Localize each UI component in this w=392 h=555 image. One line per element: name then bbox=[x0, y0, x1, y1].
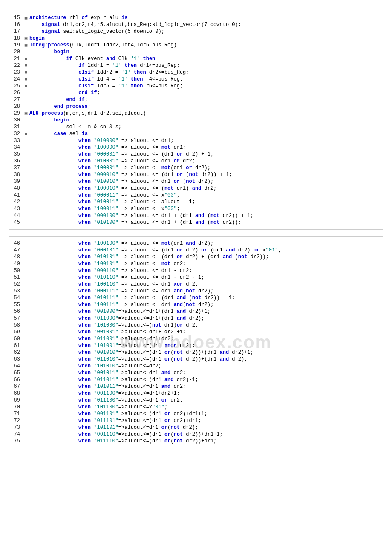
code-line-65: 65 when "001011"=>aluout<=dr1 and dr2; bbox=[9, 370, 383, 376]
code-line-17: 17 signal sel:std_logic_vector(5 downto … bbox=[9, 28, 383, 35]
code-line-69: 69 when "011100"=>aluout<=dr1 or dr2; bbox=[9, 397, 383, 404]
code-line-46: 46 when "100100" => aluout <= not(dr1 an… bbox=[9, 240, 383, 247]
code-line-51: 51 when "010110" => aluout <= dr1 - dr2 … bbox=[9, 274, 383, 281]
code-line-19: 19 ▣ ldreg:process(Clk,lddr1,lddr2,ldr4,… bbox=[9, 42, 383, 49]
code-line-70: 70 when "101100"=>aluout<=x"01"; bbox=[9, 404, 383, 410]
code-line-34: 34 when "100000" => aluout <= not dr1; bbox=[9, 144, 383, 151]
code-block-2: www.bdoex.com 46 when "100100" => aluout… bbox=[9, 236, 383, 448]
code-line-20: 20 begin bbox=[9, 49, 383, 55]
code-line-42: 42 when "010011" => aluout <= aluout - 1… bbox=[9, 199, 383, 205]
code-line-67: 67 when "101011"=>aluout<=dr1 and dr2; bbox=[9, 383, 383, 390]
code-line-50: 50 when "000110" => aluout <= dr1 - dr2; bbox=[9, 267, 383, 274]
code-line-61: 61 when "101001"=>aluout<=(dr1 xnor dr2)… bbox=[9, 342, 383, 349]
code-line-29: 29 ▣ ALU:process(m,cn,s,dr1,dr2,sel,aluo… bbox=[9, 110, 383, 117]
code-line-75: 75 when "011110"=>aluout<=(dr1 or(not dr… bbox=[9, 438, 383, 445]
code-line-53: 53 when "000111" => aluout <= dr1 and(no… bbox=[9, 288, 383, 295]
code-line-35: 35 when "000001" => aluout <= (dr1 or dr… bbox=[9, 151, 383, 158]
code-line-33: 33 when "010000" => aluout <= dr1; bbox=[9, 137, 383, 144]
code-line-55: 55 when "100111" => aluout <= dr1 and(no… bbox=[9, 301, 383, 308]
code-line-24: 24 ■ elsif ldr4 = '1' then r4<=bus_Reg; bbox=[9, 76, 383, 83]
code-line-49: 49 when "100101" => aluout <= not dr2; bbox=[9, 260, 383, 267]
code-line-59: 59 when "001001"=>aluout<=dr1+ dr2 +1; bbox=[9, 329, 383, 335]
code-line-45: 45 when "010100" => aluout <= dr1 + (dr1… bbox=[9, 219, 383, 226]
code-line-63: 63 when "011010"=>aluout<=(dr1 or(not dr… bbox=[9, 356, 383, 363]
code-line-22: 22 ■ if lddr1 = '1' then dr1<=bus_Reg; bbox=[9, 62, 383, 69]
code-line-56: 56 when "001000"=>aluout<=dr1+(dr1 and d… bbox=[9, 308, 383, 315]
code-block-1: 15 ▣ architecture rtl of exp_r_alu is 16… bbox=[9, 11, 383, 230]
code-line-74: 74 when "001110"=>aluout<=(dr1 or(not dr… bbox=[9, 431, 383, 438]
code-line-26: 26 end if; bbox=[9, 90, 383, 96]
code-line-52: 52 when "100110" => aluout <= dr1 xor dr… bbox=[9, 281, 383, 288]
code-line-44: 44 when "000100" => aluout <= dr1 + (dr1… bbox=[9, 212, 383, 219]
code-line-40: 40 when "100010" => aluout <= (not dr1) … bbox=[9, 185, 383, 192]
code-line-57: 57 when "011000"=>aluout<=dr1+(dr1 and d… bbox=[9, 315, 383, 322]
code-line-71: 71 when "001101"=>aluout<=(dr1 or dr2)+d… bbox=[9, 410, 383, 417]
code-line-28: 28 end process; bbox=[9, 103, 383, 110]
code-line-27: 27 end if; bbox=[9, 96, 383, 103]
code-line-30: 30 begin bbox=[9, 117, 383, 124]
code-line-37: 37 when "100001" => aluout <= not(dr1 or… bbox=[9, 165, 383, 171]
code-line-41: 41 when "000011" => aluout <= x"00"; bbox=[9, 192, 383, 199]
code-line-62: 62 when "001010"=>aluout<=(dr1 or(not dr… bbox=[9, 349, 383, 356]
code-line-60: 60 when "011001"=>aluout<=dr1+dr2; bbox=[9, 335, 383, 342]
code-line-36: 36 when "010001" => aluout <= dr1 or dr2… bbox=[9, 158, 383, 165]
code-line-47: 47 when "000101" => aluout <= (dr1 or dr… bbox=[9, 247, 383, 254]
code-line-54: 54 when "010111" => aluout <= (dr1 and (… bbox=[9, 295, 383, 301]
code-line-18: 18 ▣ begin bbox=[9, 35, 383, 42]
code-line-32: 32 ■ case sel is bbox=[9, 130, 383, 137]
code-line-58: 58 when "101000"=>aluout<=(not dr1)or dr… bbox=[9, 322, 383, 329]
code-line-73: 73 when "101101"=>aluout<=dr1 or(not dr2… bbox=[9, 424, 383, 431]
code-line-16: 16 signal dr1,dr2,r4,r5,aluout,bus_Reg:s… bbox=[9, 21, 383, 28]
code-line-39: 39 when "010010" => aluout <= dr1 or (no… bbox=[9, 178, 383, 185]
code-line-15: 15 ▣ architecture rtl of exp_r_alu is bbox=[9, 14, 383, 21]
code-line-72: 72 when "011101"=>aluout<=(dr1 or dr2)+d… bbox=[9, 417, 383, 424]
code-line-66: 66 when "011011"=>aluout<=(dr1 and dr2)-… bbox=[9, 376, 383, 383]
code-line-64: 64 when "101010"=>aluout<=dr2; bbox=[9, 363, 383, 370]
code-line-31: 31 sel <= m & cn & s; bbox=[9, 124, 383, 130]
code-line-21: 21 ■ if Clk'event and Clk='1' then bbox=[9, 55, 383, 62]
code-line-43: 43 when "100011" => aluout <= x"00"; bbox=[9, 205, 383, 212]
code-line-38: 38 when "000010" => aluout <= (dr1 or (n… bbox=[9, 171, 383, 178]
code-line-25: 25 ■ elsif ldr5 = '1' then r5<=bus_Reg; bbox=[9, 83, 383, 90]
code-line-23: 23 ■ elsif lddr2 = '1' then dr2<=bus_Reg… bbox=[9, 69, 383, 76]
code-line-48: 48 when "010101" => aluout <= (dr1 or dr… bbox=[9, 254, 383, 260]
page-container: 15 ▣ architecture rtl of exp_r_alu is 16… bbox=[0, 0, 392, 459]
code-line-68: 68 when "001100"=>aluout<=dr1+dr2+1; bbox=[9, 390, 383, 397]
